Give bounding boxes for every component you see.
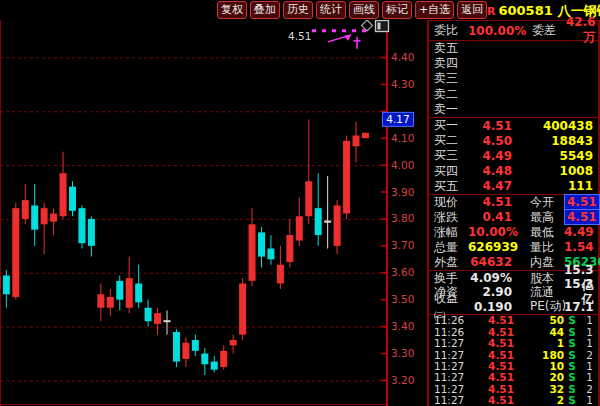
tick-count: 1	[580, 394, 593, 406]
price-axis: 4.404.304.104.003.903.803.703.603.503.40…	[381, 20, 414, 406]
candles	[0, 119, 369, 375]
svg-text:4.00: 4.00	[391, 159, 414, 171]
tick-side: S	[564, 360, 580, 372]
quote-value: 0.41	[468, 210, 512, 224]
margin-trading-flag: R	[487, 5, 495, 18]
quote-row: 涨跌0.41最高4.51	[429, 210, 598, 225]
tick-side: S	[564, 394, 580, 406]
bid-volume: 1008	[512, 164, 593, 178]
weibi-label: 委比	[434, 22, 468, 39]
window-restore-icon[interactable]	[376, 21, 389, 32]
tick-volume: 20	[514, 371, 564, 383]
bid-volume: 400438	[512, 119, 593, 133]
tick-count: 1	[580, 326, 593, 338]
toolbar-button-3[interactable]: 历史	[283, 1, 313, 19]
tick-volume: 2	[514, 394, 564, 406]
toolbar-button-4[interactable]: 统计	[316, 1, 346, 19]
quote-value: 1.54	[564, 240, 594, 254]
tick-volume: 180	[514, 349, 564, 361]
fundamental-row: 收益㈢0.190PE(动)17.1	[429, 299, 598, 313]
tick-side: S	[564, 337, 580, 349]
ask-row[interactable]: 卖二	[429, 87, 598, 102]
quote-value: 4.51	[564, 210, 600, 224]
svg-text:3.30: 3.30	[391, 347, 414, 359]
bid-price: 4.48	[468, 164, 512, 178]
tick-side: S	[564, 371, 580, 383]
tick-time: 11:27	[434, 383, 474, 395]
ask-queue: 卖五卖四卖三卖二卖一	[429, 41, 598, 118]
bid-row[interactable]: 买一4.51400438	[429, 118, 598, 133]
quote-row: 涨幅10.00%最低4.49	[429, 225, 598, 240]
kline-chart[interactable]: 4.404.304.104.003.903.803.703.603.503.40…	[0, 20, 427, 406]
tick-price: 4.51	[474, 371, 514, 383]
svg-text:3.50: 3.50	[391, 293, 414, 305]
ask-row[interactable]: 卖一	[429, 102, 598, 117]
bid-row[interactable]: 买五4.47111	[429, 179, 598, 194]
tick-price: 4.51	[474, 383, 514, 395]
tick-volume: 44	[514, 326, 564, 338]
svg-text:3.80: 3.80	[391, 212, 414, 224]
weicha-value: 42.6万	[566, 15, 596, 46]
quote-label: 外盘	[434, 254, 468, 271]
quote-value-inner: 4.49	[564, 225, 594, 239]
svg-text:4.40: 4.40	[391, 51, 414, 63]
svg-text:3.90: 3.90	[391, 186, 414, 198]
weibi-row: 委比 100.00% 委差 42.6万	[429, 21, 598, 40]
toolbar-buttons: 复权叠加历史统计画线标记+自选返回	[217, 1, 487, 19]
candlestick-svg: 4.404.304.104.003.903.803.703.603.503.40…	[0, 20, 427, 406]
toolbar-button-1[interactable]: 复权	[217, 1, 247, 19]
bid-row[interactable]: 买二4.5018843	[429, 133, 598, 148]
ask-row[interactable]: 卖四	[429, 56, 598, 71]
quote-row: 总量626939量比1.54	[429, 240, 598, 255]
bid-price: 4.51	[468, 119, 512, 133]
quote-value: 4.51	[468, 195, 512, 209]
tick-time: 11:27	[434, 337, 474, 349]
bid-row[interactable]: 买三4.495549	[429, 148, 598, 163]
toolbar-button-2[interactable]: 叠加	[250, 1, 280, 19]
bid-row[interactable]: 买四4.481008	[429, 164, 598, 179]
quote-row: 现价4.51今开4.51	[429, 195, 598, 210]
fundamental-value: 2.90	[468, 285, 512, 299]
tick-volume: 50	[514, 314, 564, 326]
tick-side: S	[564, 314, 580, 326]
tick-side: S	[564, 383, 580, 395]
tick-count: 1	[580, 371, 593, 383]
toolbar: 复权叠加历史统计画线标记+自选返回 R600581八一钢铁	[0, 0, 600, 20]
tick-time: 11:27	[434, 349, 474, 361]
quote-value-inner: 1.54	[564, 240, 594, 254]
quote-value: 4.51	[564, 195, 600, 209]
svg-text:3.70: 3.70	[391, 239, 414, 251]
svg-text:4.51: 4.51	[288, 30, 311, 42]
quote-value-inner: 4.51	[564, 194, 600, 210]
tick-volume: 10	[514, 360, 564, 372]
fundamentals: 换手4.09%股本15.3亿净资2.90流通15.3亿收益㈢0.190PE(动)…	[429, 271, 598, 315]
toolbar-button-6[interactable]: 标记	[382, 1, 412, 19]
quote-detail: 现价4.51今开4.51涨跌0.41最高4.51涨幅10.00%最低4.49总量…	[429, 195, 598, 271]
toolbar-button-5[interactable]: 画线	[349, 1, 379, 19]
tick-list: 11:264.5150S111:264.5144S111:274.511S111…	[429, 315, 598, 406]
svg-text:3.60: 3.60	[391, 266, 414, 278]
svg-text:3.40: 3.40	[391, 320, 414, 332]
svg-text:3.20: 3.20	[391, 374, 414, 386]
fundamental-value: 4.09%	[468, 271, 512, 285]
bid-price: 4.49	[468, 149, 512, 163]
weicha-label: 委差	[532, 22, 566, 39]
tick-price: 4.51	[474, 326, 514, 338]
toolbar-button-8[interactable]: 返回	[457, 1, 487, 19]
tick-volume: 1	[514, 337, 564, 349]
tick-count: 1	[580, 314, 593, 326]
toolbar-button-7[interactable]: +自选	[415, 1, 454, 19]
tick-row: 11:274.511S1	[429, 338, 598, 349]
quote-label: 内盘	[530, 254, 564, 271]
ask-level-label: 卖一	[434, 101, 468, 118]
ask-row[interactable]: 卖三	[429, 71, 598, 86]
svg-text:4.10: 4.10	[391, 132, 414, 144]
bid-queue: 买一4.51400438买二4.5018843买三4.495549买四4.481…	[429, 118, 598, 195]
bid-level-label: 买五	[434, 178, 468, 195]
weibi-value: 100.00%	[468, 24, 520, 38]
tick-price: 4.51	[474, 349, 514, 361]
tick-price: 4.51	[474, 314, 514, 326]
stock-app-window: 复权叠加历史统计画线标记+自选返回 R600581八一钢铁 4.404.304.…	[0, 0, 600, 406]
tick-price: 4.51	[474, 360, 514, 372]
quote-value: 64632	[468, 255, 512, 269]
